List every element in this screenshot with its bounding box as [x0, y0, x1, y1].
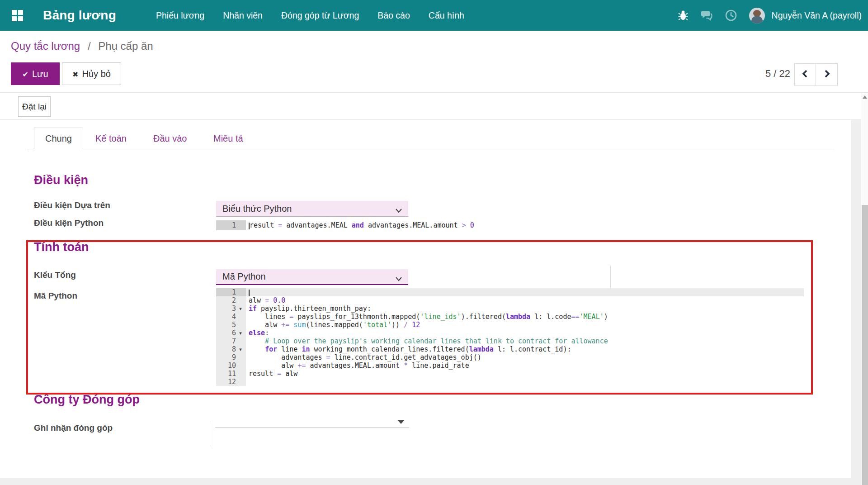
- caret-down-icon: [397, 420, 405, 424]
- menu-item-configuration[interactable]: Cấu hình: [429, 10, 464, 21]
- label-condition-based-on: Điều kiện Dựa trên: [34, 200, 110, 210]
- breadcrumb-salary-rules-link[interactable]: Quy tắc lương: [11, 40, 80, 52]
- chevron-left-icon: [802, 69, 809, 80]
- label-contribution-register: Ghi nhận đóng góp: [34, 423, 113, 433]
- section-title-contribution: Công ty Đóng góp: [34, 393, 140, 407]
- tab-general[interactable]: Chung: [34, 128, 83, 149]
- pager: [794, 63, 838, 86]
- main-menu: Phiếu lương Nhân viên Đóng góp từ Lương …: [156, 0, 464, 31]
- menu-item-payslips[interactable]: Phiếu lương: [156, 10, 204, 21]
- menu-item-salary-contributions[interactable]: Đóng góp từ Lương: [281, 10, 359, 21]
- debug-bug-icon[interactable]: [677, 10, 689, 21]
- save-button[interactable]: ✔Lưu: [11, 62, 60, 85]
- control-panel: Quy tắc lương / Phụ cấp ăn ✔Lưu ✖Hủy bỏ …: [0, 31, 868, 93]
- navbar-systray: Nguyễn Văn A (payroll): [677, 0, 862, 31]
- amount-type-select[interactable]: Mã Python: [216, 269, 408, 285]
- form-view-container: Chung Kế toán Đầu vào Miêu tả Điều kiện …: [0, 120, 861, 485]
- form-sheet: Chung Kế toán Đầu vào Miêu tả Điều kiện …: [0, 120, 851, 478]
- reset-button[interactable]: Đặt lại: [18, 96, 51, 117]
- pager-value[interactable]: 5 / 22: [765, 68, 790, 80]
- messages-chat-icon[interactable]: [701, 10, 713, 21]
- scrollbar-thumb[interactable]: [862, 205, 868, 485]
- label-amount-type: Kiểu Tổng: [34, 270, 76, 280]
- main-navbar: Bảng lương Phiếu lương Nhân viên Đóng gó…: [0, 0, 868, 31]
- chevron-down-icon: [395, 205, 403, 216]
- vertical-scrollbar[interactable]: [861, 93, 868, 485]
- field-cell-divider: [210, 421, 210, 447]
- breadcrumb: Quy tắc lương / Phụ cấp ăn: [11, 40, 153, 52]
- cross-icon: ✖: [72, 71, 78, 78]
- discard-button[interactable]: ✖Hủy bỏ: [62, 62, 121, 85]
- field-cell-divider: [610, 266, 611, 288]
- app-title[interactable]: Bảng lương: [43, 0, 116, 31]
- user-avatar[interactable]: [749, 8, 765, 24]
- menu-item-reports[interactable]: Báo cáo: [377, 10, 410, 21]
- label-condition-python: Điều kiện Python: [34, 218, 104, 228]
- payroll-rule-form-window: Bảng lương Phiếu lương Nhân viên Đóng gó…: [0, 0, 868, 485]
- apps-grid-icon[interactable]: [12, 10, 23, 21]
- section-title-computation: Tính toán: [34, 240, 89, 254]
- breadcrumb-current-record: Phụ cấp ăn: [98, 40, 153, 52]
- breadcrumb-separator: /: [88, 40, 91, 52]
- chevron-right-icon: [823, 69, 830, 80]
- code-gutter: 1: [216, 220, 246, 230]
- tab-accounting[interactable]: Kế toán: [85, 128, 137, 149]
- section-title-condition: Điều kiện: [34, 173, 88, 187]
- code-gutter: 123▾456▾78▾9101112: [216, 288, 246, 386]
- activities-clock-icon[interactable]: [725, 10, 737, 21]
- menu-item-employees[interactable]: Nhân viên: [223, 10, 263, 21]
- user-name[interactable]: Nguyễn Văn A (payroll): [772, 10, 862, 21]
- condition-python-code-editor[interactable]: 1 result = advantages.MEAL and advantage…: [216, 220, 623, 230]
- python-code-editor[interactable]: 123▾456▾78▾9101112 alw = 0.0if payslip.t…: [216, 288, 804, 386]
- contribution-register-dropdown[interactable]: [215, 413, 409, 428]
- tab-inputs[interactable]: Đầu vào: [142, 128, 198, 149]
- condition-based-on-select[interactable]: Biểu thức Python: [216, 201, 408, 217]
- chevron-down-icon: [395, 274, 403, 284]
- code-area[interactable]: result = advantages.MEAL and advantages.…: [246, 220, 623, 230]
- label-python-code: Mã Python: [34, 291, 77, 301]
- action-toolbar: Đặt lại: [0, 93, 861, 120]
- check-icon: ✔: [22, 71, 28, 78]
- tab-description[interactable]: Miêu tả: [203, 128, 254, 149]
- pager-next-button[interactable]: [816, 63, 838, 86]
- pager-previous-button[interactable]: [794, 63, 816, 86]
- scrollbar-up-arrow-icon[interactable]: [863, 95, 867, 99]
- code-area[interactable]: alw = 0.0if payslip.thirteen_month_pay: …: [246, 288, 804, 386]
